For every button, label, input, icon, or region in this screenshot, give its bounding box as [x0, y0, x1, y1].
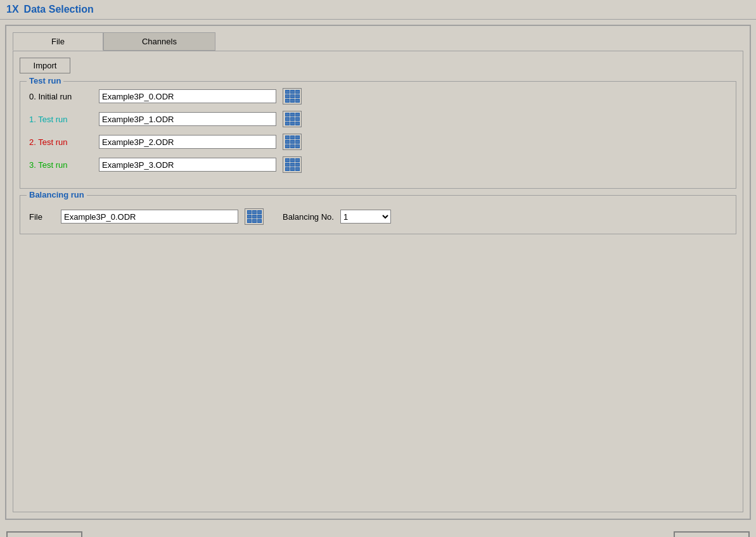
- grid-icon-1: [285, 113, 300, 125]
- balancing-grid-button[interactable]: [245, 208, 264, 225]
- run-row-3: 3. Test run: [29, 156, 727, 173]
- tab-file[interactable]: File: [13, 32, 103, 51]
- app-logo: 1X: [6, 4, 19, 15]
- run-input-1[interactable]: [99, 112, 276, 126]
- run-row-1: 1. Test run: [29, 111, 727, 127]
- page-title: Data Selection: [24, 4, 94, 15]
- run-grid-button-2[interactable]: [283, 134, 302, 150]
- tab-channels[interactable]: Channels: [103, 32, 215, 51]
- run-grid-button-3[interactable]: [283, 156, 302, 173]
- run-label-0: 0. Initial run: [29, 92, 93, 101]
- tab-content: Import Test run 0. Initial run 1. Test r…: [13, 51, 743, 512]
- run-row-2: 2. Test run: [29, 134, 727, 150]
- balancing-grid-icon: [247, 210, 262, 223]
- file-label: File: [29, 212, 54, 222]
- balancing-run-section: Balancing run File Balancing No. 1 2 3 4: [20, 195, 736, 234]
- run-label-1: 1. Test run: [29, 115, 93, 124]
- test-run-section: Test run 0. Initial run 1. Test run: [20, 81, 736, 189]
- run-input-2[interactable]: [99, 135, 276, 149]
- bottom-bar: << Back Next >>: [0, 525, 756, 537]
- run-label-3: 3. Test run: [29, 160, 93, 170]
- run-label-2: 2. Test run: [29, 137, 93, 147]
- grid-icon-3: [285, 158, 300, 171]
- tab-bar: File Channels: [13, 32, 743, 51]
- run-grid-button-0[interactable]: [283, 88, 302, 104]
- grid-icon-0: [285, 90, 300, 103]
- balancing-no-label: Balancing No.: [283, 212, 334, 222]
- balancing-no-select[interactable]: 1 2 3 4: [340, 210, 391, 224]
- title-bar: 1X Data Selection: [0, 0, 756, 20]
- main-container: File Channels Import Test run 0. Initial…: [5, 25, 751, 520]
- run-input-3[interactable]: [99, 158, 276, 172]
- import-area: Import: [20, 58, 736, 73]
- balancing-file-input[interactable]: [61, 210, 238, 224]
- run-grid-button-1[interactable]: [283, 111, 302, 127]
- balancing-run-legend: Balancing run: [27, 190, 87, 199]
- next-button[interactable]: Next >>: [674, 531, 750, 537]
- run-row-0: 0. Initial run: [29, 88, 727, 104]
- test-run-legend: Test run: [27, 76, 63, 85]
- back-button[interactable]: << Back: [6, 531, 82, 537]
- run-input-0[interactable]: [99, 89, 276, 103]
- grid-icon-2: [285, 136, 300, 148]
- import-button[interactable]: Import: [20, 58, 70, 73]
- balancing-row: File Balancing No. 1 2 3 4: [29, 208, 727, 225]
